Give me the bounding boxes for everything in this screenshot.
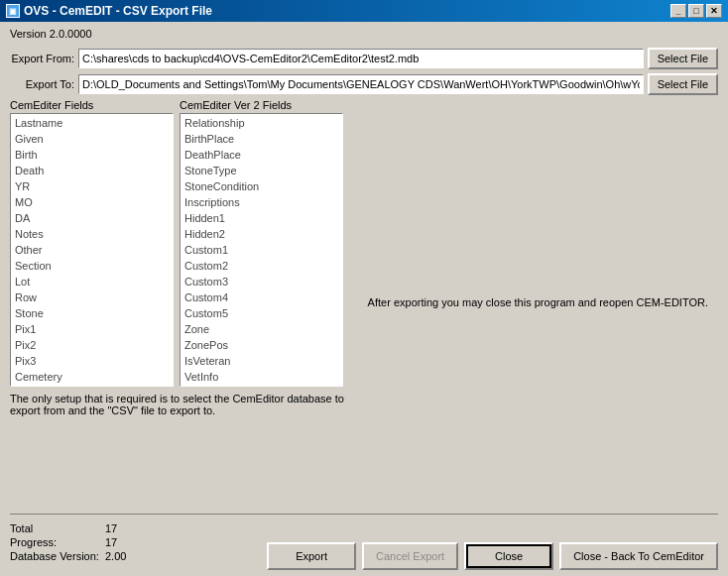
list-item: Other bbox=[12, 242, 172, 258]
cemeditor-fields-header: CemEditer Fields bbox=[10, 99, 174, 111]
cancel-export-button[interactable]: Cancel Export bbox=[362, 542, 458, 570]
list-item: Given bbox=[12, 131, 172, 147]
list-item: Custom3 bbox=[182, 274, 341, 289]
db-version-stat: Database Version: 2.00 bbox=[10, 550, 126, 562]
list-item: Custom5 bbox=[182, 305, 341, 321]
version-text: Version 2.0.0000 bbox=[10, 28, 718, 40]
lists-container: CemEditer Fields LastnameGivenBirthDeath… bbox=[10, 99, 359, 387]
export-button[interactable]: Export bbox=[267, 542, 356, 570]
minimize-button[interactable]: _ bbox=[670, 4, 686, 18]
cemeditor-ver2-fields-group: CemEditer Ver 2 Fields RelationshipBirth… bbox=[180, 99, 343, 387]
db-version-label: Database Version: bbox=[10, 550, 99, 562]
buttons-row: Export Cancel Export Close Close - Back … bbox=[267, 542, 718, 570]
list-item: IsVeteran bbox=[182, 353, 341, 369]
list-item: Stone bbox=[12, 305, 172, 321]
export-from-label: Export From: bbox=[10, 53, 74, 64]
list-item: Relationship bbox=[182, 115, 341, 131]
total-value: 17 bbox=[105, 522, 117, 534]
export-to-label: Export To: bbox=[10, 78, 74, 90]
list-item: DA bbox=[12, 210, 172, 226]
after-export-text: After exporting you may close this progr… bbox=[368, 296, 708, 308]
list-item: Lot bbox=[12, 274, 172, 289]
total-stat: Total 17 bbox=[10, 522, 126, 534]
right-panel: After exporting you may close this progr… bbox=[359, 99, 718, 506]
list-item: Row bbox=[12, 289, 172, 305]
lists-and-info: CemEditer Fields LastnameGivenBirthDeath… bbox=[10, 99, 359, 506]
list-item: DeathPlace bbox=[182, 147, 341, 163]
list-item: Pix2 bbox=[12, 337, 172, 353]
list-item: Pix3 bbox=[12, 353, 172, 369]
list-item: Birth bbox=[12, 147, 172, 163]
progress-label: Progress: bbox=[10, 536, 99, 548]
close-button[interactable]: ✕ bbox=[706, 4, 722, 18]
info-text: The only setup that is required is to se… bbox=[10, 393, 359, 416]
title-controls[interactable]: _ □ ✕ bbox=[670, 4, 722, 18]
main-content: CemEditer Fields LastnameGivenBirthDeath… bbox=[10, 99, 718, 506]
title-bar-left: ▣ OVS - CemEDIT - CSV Export File bbox=[6, 4, 212, 18]
list-item: MO bbox=[12, 194, 172, 210]
cemeditor-fields-list[interactable]: LastnameGivenBirthDeathYRMODANotesOtherS… bbox=[10, 113, 174, 387]
list-item: Section bbox=[12, 258, 172, 274]
export-to-row: Export To: Select File bbox=[10, 73, 718, 95]
list-item: Custom1 bbox=[182, 242, 341, 258]
progress-stat: Progress: 17 bbox=[10, 536, 126, 548]
close-button-main[interactable]: Close bbox=[464, 542, 553, 570]
list-item: Custom2 bbox=[182, 258, 341, 274]
list-item: Notes bbox=[12, 226, 172, 242]
list-item: VetInfo bbox=[182, 369, 341, 385]
list-item: Pix1 bbox=[12, 321, 172, 337]
list-item: Custom4 bbox=[182, 289, 341, 305]
list-item: Death bbox=[12, 163, 172, 178]
title-bar: ▣ OVS - CemEDIT - CSV Export File _ □ ✕ bbox=[0, 0, 728, 22]
list-item: Hidden1 bbox=[182, 210, 341, 226]
select-file-to-button[interactable]: Select File bbox=[648, 73, 718, 95]
export-from-row: Export From: Select File bbox=[10, 48, 718, 69]
export-from-input[interactable] bbox=[78, 49, 644, 68]
cemeditor-ver2-fields-list[interactable]: RelationshipBirthPlaceDeathPlaceStoneTyp… bbox=[180, 113, 343, 387]
list-item: Zone bbox=[182, 321, 341, 337]
list-item: Hidden2 bbox=[182, 226, 341, 242]
list-item: Lastname bbox=[12, 115, 172, 131]
list-item: StoneType bbox=[182, 163, 341, 178]
cemeditor-fields-group: CemEditer Fields LastnameGivenBirthDeath… bbox=[10, 99, 174, 387]
total-label: Total bbox=[10, 522, 99, 534]
maximize-button[interactable]: □ bbox=[688, 4, 704, 18]
window-title: OVS - CemEDIT - CSV Export File bbox=[24, 4, 212, 18]
close-back-button[interactable]: Close - Back To CemEditor bbox=[559, 542, 718, 570]
list-item: BirthPlace bbox=[182, 131, 341, 147]
select-file-from-button[interactable]: Select File bbox=[648, 48, 718, 69]
window-body: Version 2.0.0000 Export From: Select Fil… bbox=[0, 22, 728, 576]
app-icon: ▣ bbox=[6, 4, 20, 18]
list-item: Inscriptions bbox=[182, 194, 341, 210]
bottom-section: Total 17 Progress: 17 Database Version: … bbox=[10, 514, 718, 570]
cemeditor-ver2-header: CemEditer Ver 2 Fields bbox=[180, 99, 343, 111]
list-item: ZonePos bbox=[182, 337, 341, 353]
list-item: StoneCondition bbox=[182, 178, 341, 194]
export-to-input[interactable] bbox=[78, 74, 644, 94]
db-version-value: 2.00 bbox=[105, 550, 126, 562]
stats-section: Total 17 Progress: 17 Database Version: … bbox=[10, 522, 126, 562]
list-item: YR bbox=[12, 178, 172, 194]
progress-value: 17 bbox=[105, 536, 117, 548]
list-item: Cemetery bbox=[12, 369, 172, 385]
